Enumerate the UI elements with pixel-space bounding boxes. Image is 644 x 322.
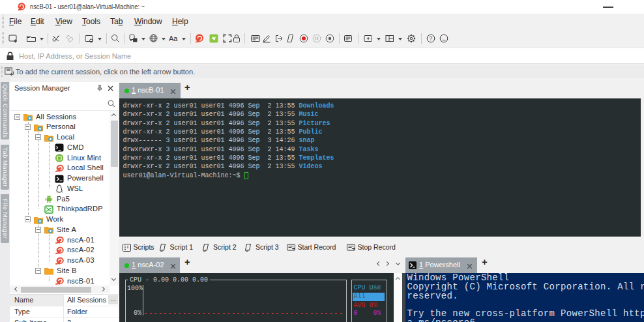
svg-text:?: ? bbox=[429, 35, 432, 42]
svg-text:Aa: Aa bbox=[169, 35, 178, 42]
